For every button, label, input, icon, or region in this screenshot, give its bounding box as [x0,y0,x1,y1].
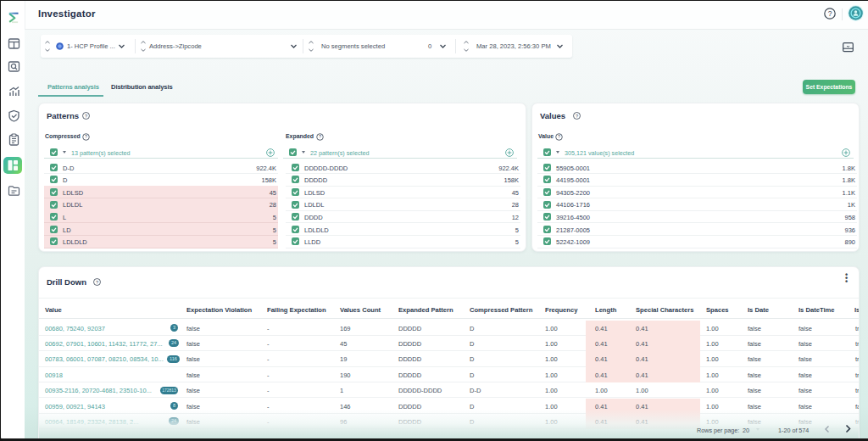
svg-text:?: ? [319,134,321,139]
svg-text:?: ? [576,114,578,119]
svg-text:?: ? [558,134,560,139]
svg-text:?: ? [96,280,98,285]
svg-text:?: ? [85,114,87,119]
svg-text:?: ? [85,134,87,139]
svg-text:?: ? [828,9,832,18]
